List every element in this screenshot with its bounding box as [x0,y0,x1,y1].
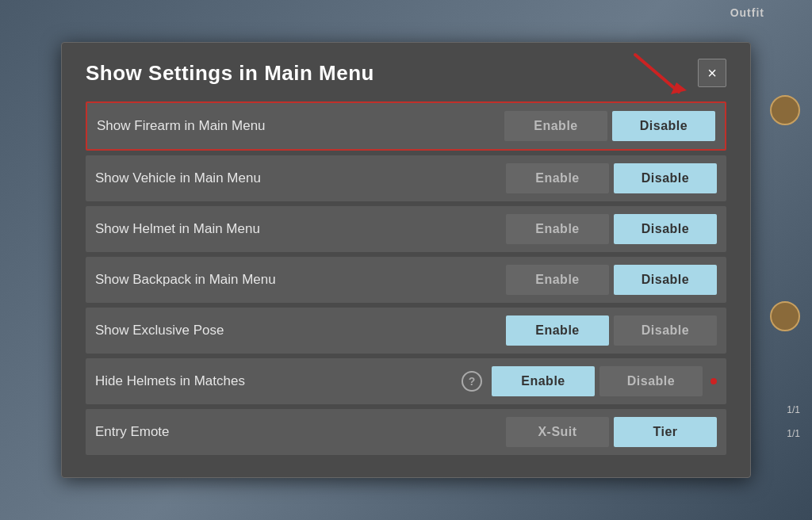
btn-helmet-disable[interactable]: Disable [614,214,717,244]
btn-group-pose: EnableDisable [506,315,717,346]
setting-row-helmet: Show Helmet in Main MenuEnableDisable [86,206,726,252]
btn-pose-disable[interactable]: Disable [614,315,717,346]
badge-1 [770,95,800,125]
settings-list: Show Firearm in Main MenuEnableDisableSh… [86,101,726,455]
setting-label-helmets: Hide Helmets in Matches [95,373,462,389]
btn-group-helmet: EnableDisable [506,214,717,244]
btn-backpack-enable[interactable]: Enable [506,265,609,295]
btn-firearm-enable[interactable]: Enable [504,111,607,141]
btn-helmets-enable[interactable]: Enable [492,366,595,396]
setting-row-helmets: Hide Helmets in Matches?EnableDisable [86,358,726,404]
btn-group-emote: X-SuitTier [506,417,717,447]
badge-3: 1/1 [787,404,800,415]
btn-emote-enable[interactable]: X-Suit [506,417,609,447]
arrow-annotation [627,51,691,101]
btn-backpack-disable[interactable]: Disable [614,265,717,295]
settings-modal: Show Settings in Main Menu × Show Firear… [61,42,751,478]
setting-row-vehicle: Show Vehicle in Main MenuEnableDisable [86,155,726,201]
red-dot-indicator [710,378,717,384]
setting-label-backpack: Show Backpack in Main Menu [95,272,506,288]
svg-line-0 [635,55,679,92]
setting-row-pose: Show Exclusive PoseEnableDisable [86,308,726,354]
setting-row-emote: Entry EmoteX-SuitTier [86,409,726,455]
btn-group-vehicle: EnableDisable [506,163,717,193]
badge-4: 1/1 [787,428,800,439]
svg-marker-1 [671,82,687,94]
outfit-label: Outfit [730,6,764,19]
setting-label-helmet: Show Helmet in Main Menu [95,221,506,237]
modal-header: Show Settings in Main Menu × [86,59,726,87]
btn-pose-enable[interactable]: Enable [506,315,609,346]
btn-group-firearm: EnableDisable [504,111,715,141]
setting-row-backpack: Show Backpack in Main MenuEnableDisable [86,257,726,303]
btn-emote-disable[interactable]: Tier [614,417,717,447]
setting-label-emote: Entry Emote [95,424,506,440]
btn-firearm-disable[interactable]: Disable [612,111,715,141]
close-icon: × [707,64,717,82]
close-button[interactable]: × [698,59,726,87]
btn-group-helmets: ?EnableDisable [462,366,717,396]
setting-label-vehicle: Show Vehicle in Main Menu [95,170,506,186]
setting-row-firearm: Show Firearm in Main MenuEnableDisable [86,101,726,151]
btn-helmet-enable[interactable]: Enable [506,214,609,244]
btn-group-backpack: EnableDisable [506,265,717,295]
modal-title: Show Settings in Main Menu [86,61,374,86]
setting-label-pose: Show Exclusive Pose [95,323,506,338]
btn-vehicle-enable[interactable]: Enable [506,163,609,193]
help-icon[interactable]: ? [462,371,482,392]
setting-label-firearm: Show Firearm in Main Menu [97,118,504,134]
btn-helmets-disable[interactable]: Disable [599,366,703,396]
btn-vehicle-disable[interactable]: Disable [614,163,717,193]
badge-2 [770,301,800,331]
